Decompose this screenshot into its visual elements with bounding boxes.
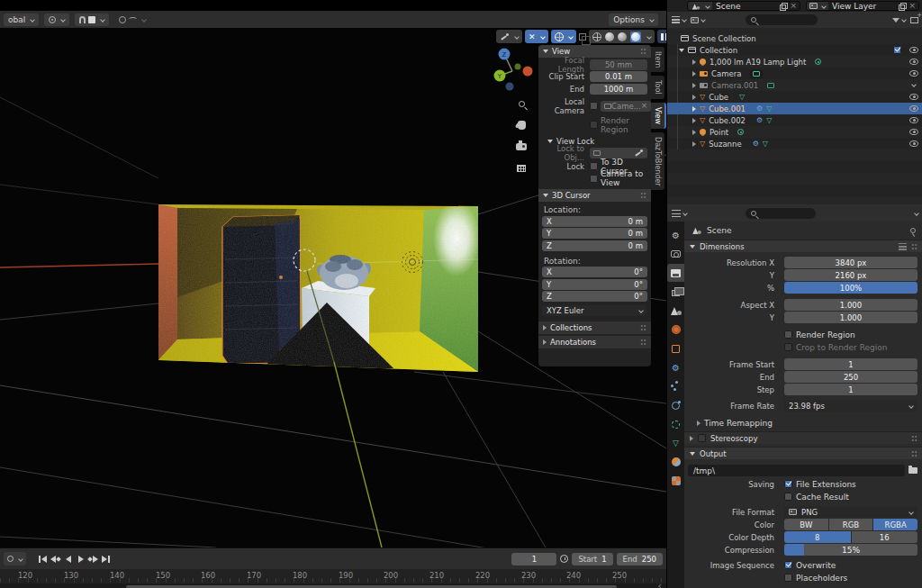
eyedropper-icon[interactable] — [634, 149, 644, 158]
tab-object-properties[interactable] — [667, 339, 684, 357]
resolution-percent-slider[interactable]: 100% — [784, 282, 917, 294]
display-mode-dropdown[interactable] — [672, 16, 686, 23]
outliner-row-cube-001-selected[interactable]: Cube.001 — [667, 103, 922, 114]
close-icon[interactable] — [790, 2, 797, 10]
cursor-loc-x[interactable]: X0 m — [542, 216, 647, 227]
outliner-row-point[interactable]: Point — [667, 126, 922, 138]
time-remapping-header[interactable]: Time Remapping — [704, 419, 773, 428]
tab-world-properties[interactable] — [667, 321, 684, 339]
tab-material-properties[interactable] — [667, 453, 684, 471]
xray-toggle-icon[interactable] — [579, 33, 586, 41]
options-button[interactable]: Options — [609, 14, 658, 26]
properties-search-input[interactable] — [746, 208, 816, 219]
frame-rate-dropdown[interactable]: 23.98 fps — [784, 400, 917, 412]
camera-view-button[interactable] — [513, 139, 529, 155]
annotations-panel-header[interactable]: Annotations — [538, 336, 651, 348]
timeline-ruler[interactable]: 120 130 140 150 160 170 180 190 200 210 … — [0, 569, 666, 588]
pivot-point-dropdown[interactable] — [44, 14, 69, 26]
outliner-row-lamp[interactable]: 1,000 lm A19 Lamp Light — [667, 56, 922, 68]
outliner-row-cube-002[interactable]: Cube.002 — [667, 114, 922, 126]
resolution-y-field[interactable]: 2160 px — [784, 269, 917, 281]
visibility-eye-icon[interactable] — [909, 105, 918, 112]
tab-view-layer-properties[interactable] — [667, 283, 684, 301]
collection-checkbox[interactable] — [893, 46, 901, 54]
new-collection-button[interactable] — [910, 17, 918, 23]
transform-orientation-dropdown[interactable]: obal — [4, 14, 39, 26]
folder-icon[interactable] — [908, 467, 917, 474]
cache-result-checkbox[interactable] — [784, 493, 792, 501]
play-reverse-button[interactable] — [62, 553, 74, 565]
material-preview-icon[interactable] — [618, 32, 627, 41]
outliner-scope-dropdown[interactable] — [691, 17, 705, 23]
chevron-down-icon[interactable] — [911, 82, 917, 87]
presets-icon[interactable] — [899, 243, 907, 250]
outliner-row-scene-collection[interactable]: Scene Collection — [667, 32, 922, 44]
cursor-rot-z[interactable]: Z0° — [542, 291, 647, 302]
wireframe-shading-icon[interactable] — [592, 32, 601, 41]
copy-icon[interactable] — [899, 3, 906, 10]
snapping-dropdown[interactable] — [75, 14, 109, 26]
collapse-left-icon[interactable] — [658, 583, 664, 588]
cursor-panel-header[interactable]: 3D Cursor — [538, 189, 651, 202]
aspect-x-field[interactable]: 1.000 — [784, 299, 917, 311]
outliner-search-input[interactable] — [746, 14, 818, 25]
color-rgb-button[interactable]: RGB — [829, 519, 873, 530]
outliner-row-camera[interactable]: Camera — [667, 68, 922, 79]
visibility-eye-icon[interactable] — [909, 129, 918, 135]
pan-tool-button[interactable] — [513, 117, 529, 133]
tab-scene-properties[interactable] — [667, 302, 684, 320]
chevron-down-icon[interactable] — [914, 211, 919, 216]
clip-end-field[interactable]: 1000 m — [590, 84, 647, 95]
file-format-dropdown[interactable]: PNG — [784, 506, 917, 518]
cursor-rot-x[interactable]: X0° — [542, 267, 647, 277]
filter-dropdown[interactable] — [892, 18, 906, 23]
camera-to-view-checkbox[interactable] — [590, 175, 598, 183]
close-icon[interactable] — [908, 2, 916, 10]
tab-item[interactable]: Item — [651, 47, 664, 72]
rendered-shading-active[interactable] — [630, 32, 641, 42]
visibility-eye-icon[interactable] — [909, 47, 918, 53]
tab-tool-properties[interactable] — [667, 226, 684, 244]
tab-physics-properties[interactable] — [667, 396, 684, 414]
clear-icon[interactable] — [641, 102, 648, 110]
stereoscopy-checkbox[interactable] — [698, 434, 706, 442]
navigation-gizmo[interactable]: Z Y — [488, 47, 537, 95]
auto-keying-button[interactable] — [4, 552, 26, 565]
step-field[interactable]: 1 — [784, 384, 917, 395]
solid-shading-icon[interactable] — [605, 32, 614, 41]
aspect-y-field[interactable]: 1.000 — [784, 312, 917, 323]
visibility-eye-icon[interactable] — [909, 70, 918, 77]
cursor-rot-y[interactable]: Y0° — [542, 279, 647, 290]
tab-view[interactable]: View — [651, 103, 666, 129]
object-visibility-dropdown[interactable] — [496, 30, 522, 43]
next-keyframe-button[interactable] — [87, 553, 99, 565]
overwrite-checkbox[interactable] — [784, 561, 792, 569]
zoom-tool-button[interactable] — [513, 95, 529, 112]
render-region-checkbox[interactable] — [784, 330, 792, 339]
color-rgba-button[interactable]: RGBA — [873, 519, 917, 530]
prev-keyframe-button[interactable] — [50, 553, 61, 565]
frame-start-field[interactable]: Start1 — [572, 553, 612, 565]
crop-render-region-checkbox[interactable] — [784, 343, 792, 351]
stereoscopy-panel-header[interactable]: Stereoscopy — [684, 431, 922, 444]
frame-end-field[interactable]: End250 — [617, 553, 663, 565]
jump-to-start-button[interactable] — [37, 553, 49, 565]
tab-object-data-properties[interactable] — [667, 434, 684, 452]
clip-start-field[interactable]: 0.01 m — [590, 71, 647, 82]
compression-slider[interactable]: 15% — [784, 544, 917, 556]
color-bw-button[interactable]: BW — [784, 519, 828, 530]
overlays-toggle[interactable] — [551, 30, 576, 43]
jump-to-end-button[interactable] — [100, 553, 112, 565]
frame-start-field[interactable]: 1 — [784, 358, 917, 370]
pin-icon[interactable] — [910, 228, 916, 233]
vp-render-region-checkbox[interactable] — [590, 121, 598, 129]
scene-selector[interactable]: Scene — [687, 1, 800, 11]
view-layer-selector[interactable]: View Layer — [806, 1, 919, 11]
visibility-eye-icon[interactable] — [909, 117, 918, 123]
rotation-mode-dropdown[interactable]: XYZ Euler — [542, 305, 647, 316]
dimensions-panel-header[interactable]: Dimensions — [684, 240, 922, 252]
gizmos-toggle[interactable]: ✕ — [525, 30, 548, 43]
outliner-row-suzanne[interactable]: Suzanne — [667, 138, 922, 149]
output-path-field[interactable]: /tmp\ — [688, 465, 905, 476]
copy-icon[interactable] — [780, 3, 787, 10]
